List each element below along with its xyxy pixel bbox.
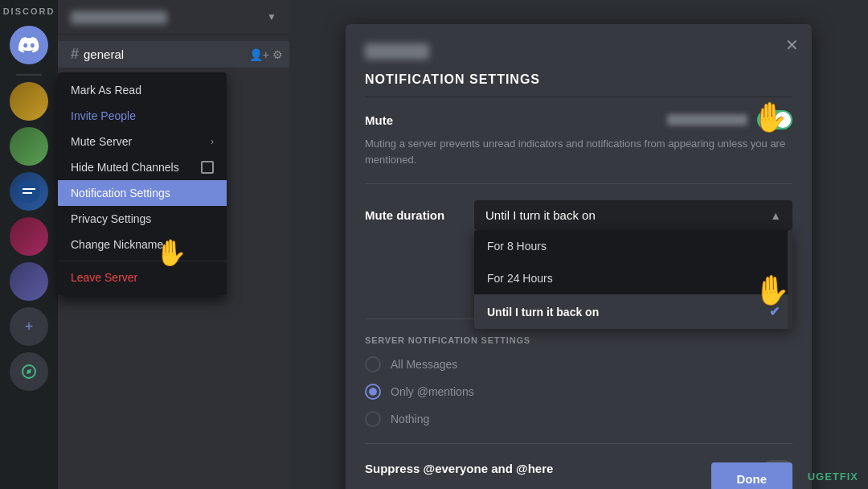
option-24hours-label: For 24 Hours <box>487 272 553 285</box>
main-content: ✕ NOTIFICATION SETTINGS Mute ✓ 🤚 Muting … <box>289 0 868 489</box>
watermark-prefix: UGET <box>808 471 840 483</box>
server-icon-5[interactable] <box>10 262 48 301</box>
server-icon-4[interactable] <box>10 217 48 256</box>
channel-header[interactable]: ▼ <box>58 0 289 35</box>
mute-duration-dropdown-list: For 8 Hours For 24 Hours Until I turn it… <box>474 230 792 329</box>
mute-duration-dropdown[interactable]: Until I turn it back on ▲ <box>474 200 792 230</box>
mute-duration-selected: Until I turn it back on <box>485 208 596 222</box>
hide-muted-checkbox[interactable] <box>201 161 214 174</box>
radio-nothing-circle[interactable] <box>365 411 381 427</box>
server-name-blurred <box>71 11 167 24</box>
mute-server-arrow: › <box>211 136 214 147</box>
option-8hours-label: For 8 Hours <box>487 240 547 253</box>
discord-logo-text: DISCORD <box>3 6 55 16</box>
option-forever-label: Until I turn it back on <box>487 306 599 318</box>
channel-icons: 👤+ ⚙ <box>249 48 283 61</box>
server-dropdown-caret[interactable]: ▼ <box>267 11 276 23</box>
context-menu-mute-server[interactable]: Mute Server › <box>58 129 227 154</box>
context-menu-leave-server[interactable]: Leave Server <box>58 265 227 290</box>
svg-rect-2 <box>23 192 32 194</box>
notification-settings-modal: ✕ NOTIFICATION SETTINGS Mute ✓ 🤚 Muting … <box>346 24 812 489</box>
mute-row: Mute ✓ <box>365 110 792 129</box>
mute-server-name-blurred <box>667 114 747 125</box>
add-server-button[interactable]: + <box>10 307 48 346</box>
channel-hash-icon: # <box>71 46 79 63</box>
server-name <box>71 10 167 24</box>
context-menu-invite-people[interactable]: Invite People <box>58 103 227 129</box>
context-menu-privacy-settings[interactable]: Privacy Settings <box>58 206 227 232</box>
channel-name-label: general <box>84 47 244 61</box>
server-icon-3[interactable] <box>10 172 48 211</box>
dropdown-arrow-icon: ▲ <box>770 209 781 222</box>
context-menu-separator <box>58 261 227 261</box>
svg-point-0 <box>18 180 40 203</box>
channel-item-general[interactable]: # general 👤+ ⚙ <box>58 41 289 68</box>
server-notification-label: SERVER NOTIFICATION SETTINGS <box>365 335 792 345</box>
context-menu: Mark As Read Invite People Mute Server ›… <box>58 72 227 295</box>
add-member-icon[interactable]: 👤+ <box>249 48 269 61</box>
server-divider <box>16 74 42 76</box>
explore-servers-button[interactable] <box>10 352 48 391</box>
section-divider-1 <box>365 183 792 184</box>
server-icons-column: DISCORD + <box>0 0 58 489</box>
discord-logo[interactable] <box>10 26 48 64</box>
radio-all-messages-label: All Messages <box>391 358 457 371</box>
mute-toggle[interactable]: ✓ <box>757 110 792 129</box>
radio-nothing-label: Nothing <box>391 413 429 425</box>
mute-duration-row: Mute duration Until I turn it back on ▲ … <box>365 200 792 230</box>
watermark-suffix: FIX <box>840 471 858 483</box>
radio-only-mentions-label: Only @mentions <box>391 385 474 398</box>
settings-icon[interactable]: ⚙ <box>272 48 283 61</box>
radio-only-mentions-circle[interactable] <box>365 384 381 400</box>
radio-nothing[interactable]: Nothing <box>365 411 792 427</box>
option-forever[interactable]: Until I turn it back on ✔ <box>474 294 792 329</box>
suppress-label: Suppress @everyone and @here <box>365 462 553 475</box>
sidebar: DISCORD + ▼ # general <box>0 0 289 489</box>
modal-title: NOTIFICATION SETTINGS <box>365 72 792 97</box>
toggle-check-icon: ✓ <box>780 113 788 125</box>
context-menu-mark-read[interactable]: Mark As Read <box>58 77 227 103</box>
context-menu-change-nickname[interactable]: Change Nickname <box>58 232 227 257</box>
section-divider-3 <box>365 443 792 444</box>
mute-duration-dropdown-wrapper: Until I turn it back on ▲ For 8 Hours Fo… <box>474 200 792 230</box>
mute-label: Mute <box>365 113 657 127</box>
radio-all-messages[interactable]: All Messages <box>365 356 792 372</box>
option-24hours[interactable]: For 24 Hours <box>474 262 792 294</box>
modal-server-name-blurred <box>365 43 429 60</box>
watermark: UGETFIX <box>808 471 858 483</box>
server-icon-2[interactable] <box>10 127 48 166</box>
radio-all-messages-circle[interactable] <box>365 356 381 372</box>
dropdown-selected-check-icon: ✔ <box>769 304 780 319</box>
svg-marker-4 <box>27 369 31 374</box>
context-menu-notification-settings[interactable]: Notification Settings <box>58 180 227 206</box>
modal-close-button[interactable]: ✕ <box>785 37 799 53</box>
done-button[interactable]: Done <box>711 462 793 489</box>
svg-rect-1 <box>23 188 35 190</box>
mute-description: Muting a server prevents unread indicato… <box>365 136 792 167</box>
dropdown-scrollbar[interactable] <box>788 230 792 329</box>
context-menu-hide-muted[interactable]: Hide Muted Channels <box>58 154 227 180</box>
option-8hours[interactable]: For 8 Hours <box>474 230 792 262</box>
mute-duration-label: Mute duration <box>365 200 461 222</box>
radio-only-mentions[interactable]: Only @mentions <box>365 384 792 400</box>
server-icon-1[interactable] <box>10 82 48 121</box>
